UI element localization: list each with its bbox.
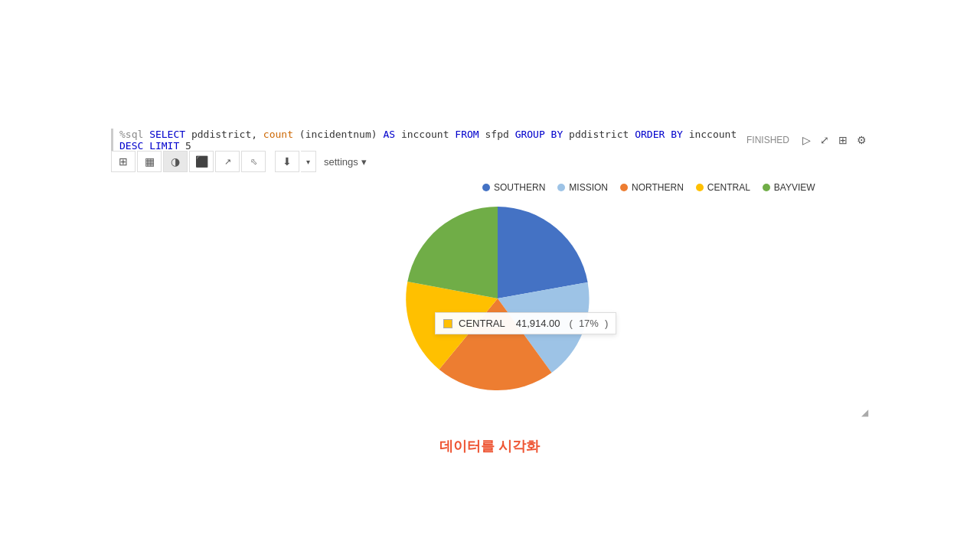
settings-button[interactable]: settings ▾ xyxy=(318,151,373,172)
query-group: GROUP BY xyxy=(515,129,564,140)
legend-item-bayview: BAYVIEW xyxy=(763,182,815,193)
query-prefix: %sql xyxy=(119,129,143,140)
query-table: sfpd xyxy=(485,129,514,140)
legend-item-mission: MISSION xyxy=(557,182,608,193)
query-bar: %sql SELECT pddistrict, count (incidentn… xyxy=(111,129,869,152)
legend-item-central: CENTRAL xyxy=(696,182,750,193)
query-ordercol: inccount xyxy=(689,129,737,140)
query-select: SELECT xyxy=(149,129,185,140)
query-groupcol: pddistrict xyxy=(569,129,635,140)
area-icon: ⬁ xyxy=(250,157,257,167)
query-as: AS xyxy=(383,129,395,140)
mission-label: MISSION xyxy=(569,182,608,193)
query-text: %sql SELECT pddistrict, count (incidentn… xyxy=(111,129,737,152)
settings-chevron-icon: ▾ xyxy=(361,156,367,168)
run-button[interactable]: ▷ xyxy=(799,132,814,148)
pie-chart-svg xyxy=(368,199,628,398)
chart-legend: SOUTHERN MISSION NORTHERN CENTRAL BAYVIE… xyxy=(482,182,815,193)
grid-button[interactable]: ⊞ xyxy=(835,132,851,148)
query-order: ORDER BY xyxy=(635,129,683,140)
bayview-label: BAYVIEW xyxy=(774,182,815,193)
legend-item-southern: SOUTHERN xyxy=(482,182,545,193)
download-icon: ⬇ xyxy=(283,155,292,168)
query-alias: inccount xyxy=(401,129,455,140)
bar-chart-button[interactable]: ▦ xyxy=(137,151,162,172)
tooltip-percent: ( xyxy=(570,318,573,329)
query-count: count xyxy=(263,129,293,140)
line-chart-button[interactable]: ↗ xyxy=(215,151,240,172)
central-dot xyxy=(696,184,704,191)
bayview-dot xyxy=(763,184,770,191)
query-from: FROM xyxy=(455,129,479,140)
query-limit-val: 5 xyxy=(185,140,191,152)
legend-item-northern: NORTHERN xyxy=(620,182,684,193)
scatter-chart-button[interactable]: ⬛ xyxy=(189,151,214,172)
resize-handle[interactable]: ◢ xyxy=(861,407,869,415)
settings-label: settings xyxy=(324,156,358,168)
expand-button[interactable]: ⤢ xyxy=(817,132,832,148)
query-fields: pddistrict, xyxy=(191,129,263,140)
chevron-down-icon: ▾ xyxy=(306,158,310,166)
line-icon: ↗ xyxy=(224,157,231,167)
query-actions: ▷ ⤢ ⊞ ⚙ xyxy=(799,132,869,148)
tooltip-percent-val: 17% xyxy=(579,318,599,329)
mission-dot xyxy=(557,184,565,191)
query-status: FINISHED xyxy=(746,135,789,145)
config-button[interactable]: ⚙ xyxy=(854,132,869,148)
query-limit: LIMIT xyxy=(149,140,179,152)
tooltip-label: CENTRAL xyxy=(459,318,505,329)
bottom-caption: 데이터를 시각화 xyxy=(439,437,540,455)
toolbar: ⊞ ▦ ◑ ⬛ ↗ ⬁ ⬇ ▾ settings ▾ xyxy=(111,151,373,172)
scatter-icon: ⬛ xyxy=(195,155,208,168)
northern-dot xyxy=(620,184,628,191)
slice-southern[interactable] xyxy=(498,207,588,298)
tooltip-paren-close: ) xyxy=(605,318,608,329)
pie-chart-button[interactable]: ◑ xyxy=(163,151,188,172)
query-parens: (incidentnum) xyxy=(299,129,384,140)
northern-label: NORTHERN xyxy=(632,182,684,193)
bar-icon: ▦ xyxy=(145,155,155,168)
tooltip-color-swatch xyxy=(443,319,452,328)
chart-tooltip: CENTRAL 41,914.00 (17%) xyxy=(435,312,616,334)
central-label: CENTRAL xyxy=(707,182,750,193)
tooltip-value: 41,914.00 xyxy=(516,318,560,329)
download-dropdown-button[interactable]: ▾ xyxy=(301,151,316,172)
table-icon: ⊞ xyxy=(119,155,128,168)
pie-icon: ◑ xyxy=(171,155,180,168)
table-view-button[interactable]: ⊞ xyxy=(111,151,136,172)
pie-chart[interactable] xyxy=(368,199,628,398)
area-chart-button[interactable]: ⬁ xyxy=(241,151,266,172)
southern-label: SOUTHERN xyxy=(494,182,545,193)
query-desc: DESC xyxy=(119,140,143,152)
southern-dot xyxy=(482,184,490,191)
download-button[interactable]: ⬇ xyxy=(275,151,299,172)
